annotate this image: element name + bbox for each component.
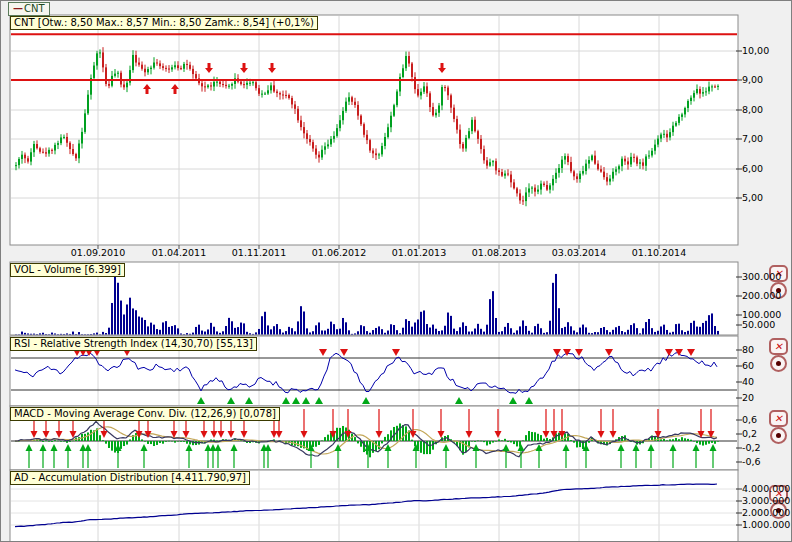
line-series-glyph: — [13, 3, 23, 14]
main-y-tick: 5,00 [742, 193, 792, 203]
macd-panel-label: MACD - Moving Average Conv. Div. (12,26,… [10, 407, 280, 421]
ad-panel-label: AD - Accumulation Distribution [4.411.79… [10, 471, 250, 485]
rsi-y-tick: 60 [742, 361, 792, 371]
rsi-y-tick: 80 [742, 345, 792, 355]
vol-y-tick: 200.000 [742, 291, 792, 301]
main-y-tick: 6,00 [742, 164, 792, 174]
ad-y-tick: 2.000.000 [742, 508, 792, 518]
rsi-y-tick: 40 [742, 377, 792, 387]
macd-y-tick: 0,2 [742, 429, 792, 439]
macd-y-tick: -0,2 [742, 443, 792, 453]
date-x-tick: 01.09.2010 [62, 247, 134, 258]
price-panel-label: CNT [Otw.: 8,50 Max.: 8,57 Min.: 8,50 Za… [10, 16, 318, 30]
macd-y-tick: -0,6 [742, 457, 792, 467]
main-y-tick: 7,00 [742, 134, 792, 144]
date-x-tick: 01.10.2014 [623, 247, 695, 258]
date-x-tick: 01.08.2013 [463, 247, 535, 258]
main-y-tick: 8,00 [742, 105, 792, 115]
macd-y-tick: 0,6 [742, 415, 792, 425]
vol-y-tick: 300.000 [742, 272, 792, 282]
tab-cnt[interactable]: —CNT [8, 2, 50, 16]
main-y-tick: 9,00 [742, 75, 792, 85]
ad-y-tick: 4.000.000 [742, 484, 792, 494]
date-x-tick: 01.01.2013 [383, 247, 455, 258]
date-x-tick: 01.06.2012 [303, 247, 375, 258]
volume-panel-label: VOL - Volume [6.399] [10, 263, 125, 277]
ad-y-tick: 1.000.000 [742, 520, 792, 530]
rsi-y-tick: 20 [742, 393, 792, 403]
main-y-tick: 10,00 [742, 46, 792, 56]
vol-y-tick: 50.000 [742, 320, 792, 330]
date-x-tick: 01.04.2011 [143, 247, 215, 258]
rsi-panel-label: RSI - Relative Strength Index (14,30,70)… [10, 337, 257, 351]
date-x-tick: 03.03.2014 [543, 247, 615, 258]
tab-label: CNT [24, 3, 45, 14]
date-x-tick: 01.11.2011 [223, 247, 295, 258]
chart-window: —CNT CNT [Otw.: 8,50 Max.: 8,57 Min.: 8,… [0, 0, 792, 542]
ad-y-tick: 3.000.000 [742, 496, 792, 506]
